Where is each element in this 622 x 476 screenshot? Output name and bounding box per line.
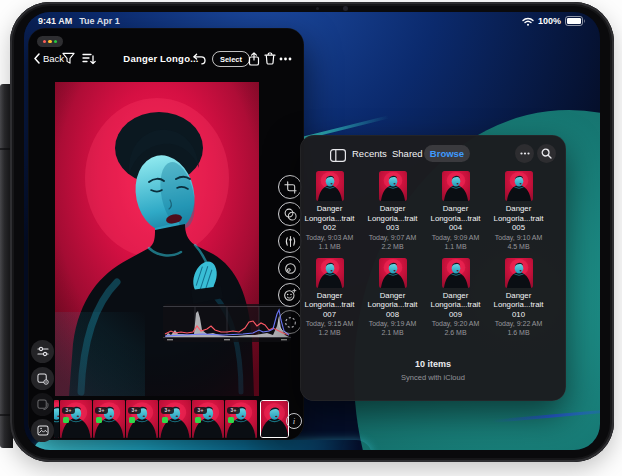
- status-bar: 9:41 AM Tue Apr 1 100%: [34, 15, 590, 28]
- status-time: 9:41 AM: [38, 16, 72, 26]
- file-name-line2: Longoria...trait 010: [487, 300, 550, 319]
- file-name-line1: Danger: [424, 204, 487, 214]
- ipad-device: 9:41 AM Tue Apr 1 100%: [10, 2, 614, 462]
- tab-browse[interactable]: Browse: [424, 145, 470, 162]
- file-name-line2: Longoria...trait 005: [487, 214, 550, 233]
- back-button[interactable]: Back: [34, 51, 64, 66]
- file-item[interactable]: Danger Longoria...trait 004 Today, 9:09 …: [424, 171, 487, 251]
- edited-indicator-dot: [162, 417, 168, 423]
- file-item[interactable]: Danger Longoria...trait 009 Today, 9:20 …: [424, 258, 487, 338]
- portrait-thumbnail-image: [316, 171, 344, 201]
- presets-button[interactable]: [31, 340, 54, 363]
- file-thumbnail: [379, 171, 407, 201]
- file-modified-time: Today, 9:22 AM: [487, 319, 550, 328]
- close-window-dot[interactable]: [43, 40, 46, 43]
- edited-indicator-dot: [96, 417, 102, 423]
- thumb-badge: 3+: [227, 407, 240, 414]
- file-name-line1: Danger: [298, 204, 361, 214]
- portrait-thumbnail-image: [379, 258, 407, 288]
- portrait-thumbnail-image: [379, 171, 407, 201]
- edited-indicator-dot: [195, 417, 201, 423]
- sync-status: Synced with iCloud: [300, 373, 566, 382]
- tab-browse-label: Browse: [430, 148, 464, 159]
- file-thumbnail: [442, 171, 470, 201]
- filmstrip-thumb[interactable]: 3+: [126, 400, 158, 438]
- file-thumbnail: [379, 258, 407, 288]
- filmstrip-thumb[interactable]: 3+: [159, 400, 191, 438]
- thumb-badge: 3+: [95, 407, 108, 414]
- share-button[interactable]: [246, 51, 261, 66]
- portrait-thumbnail-image: [442, 171, 470, 201]
- portrait-thumbnail-image: [316, 258, 344, 288]
- export-gear-icon: [37, 373, 49, 385]
- file-item[interactable]: Danger Longoria...trait 002 Today, 9:03 …: [298, 171, 361, 251]
- file-modified-time: Today, 9:19 AM: [361, 319, 424, 328]
- delete-button[interactable]: [262, 51, 277, 66]
- thumb-badge: 3+: [194, 407, 207, 414]
- filter-funnel-icon: [62, 52, 75, 65]
- filmstrip-thumb-selected[interactable]: [260, 400, 289, 438]
- undo-button[interactable]: [192, 51, 207, 66]
- photo-editor-window: Back Danger Longo...: [28, 28, 304, 440]
- sidebar-toggle-button[interactable]: [330, 148, 346, 166]
- file-name-line1: Danger: [424, 291, 487, 301]
- filmstrip-thumb[interactable]: 3+: [192, 400, 224, 438]
- file-name-line2: Longoria...trait 007: [298, 300, 361, 319]
- more-options-button[interactable]: [515, 144, 534, 163]
- file-size: 2.1 MB: [361, 328, 424, 337]
- file-item[interactable]: Danger Longoria...trait 010 Today, 9:22 …: [487, 258, 550, 338]
- histogram-chart: [163, 304, 291, 342]
- portrait-thumbnail-image: [54, 400, 59, 438]
- battery-icon: [565, 16, 586, 26]
- file-name-line1: Danger: [298, 291, 361, 301]
- marketing-scene: 9:41 AM Tue Apr 1 100%: [0, 0, 622, 476]
- item-count: 10 items: [300, 359, 566, 369]
- filter-button[interactable]: [61, 51, 76, 66]
- edited-portrait-photo: [55, 82, 259, 396]
- file-modified-time: Today, 9:09 AM: [424, 233, 487, 242]
- edited-indicator-dot: [129, 417, 135, 423]
- edited-indicator-dot: [63, 417, 69, 423]
- versions-icon: [37, 399, 49, 411]
- file-thumbnail: [316, 258, 344, 288]
- sort-button[interactable]: [81, 51, 96, 66]
- thumb-badge: 3+: [62, 407, 75, 414]
- select-button[interactable]: Select: [212, 51, 250, 67]
- file-size: 1.6 MB: [487, 328, 550, 337]
- versions-button[interactable]: [31, 393, 54, 416]
- status-date: Tue Apr 1: [79, 16, 120, 26]
- filters-icon: [284, 208, 297, 221]
- file-item[interactable]: Danger Longoria...trait 003 Today, 9:07 …: [361, 171, 424, 251]
- info-button[interactable]: i: [286, 413, 302, 429]
- filmstrip-thumb[interactable]: 3+: [93, 400, 125, 438]
- minimize-window-dot[interactable]: [48, 40, 51, 43]
- window-controls[interactable]: [37, 36, 63, 47]
- search-button[interactable]: [537, 144, 556, 163]
- zoom-window-dot[interactable]: [54, 40, 57, 43]
- wifi-icon: [522, 17, 534, 26]
- gallery-button[interactable]: [31, 419, 54, 442]
- tab-shared[interactable]: Shared: [392, 148, 423, 159]
- file-size: 4.5 MB: [487, 242, 550, 251]
- filmstrip[interactable]: 3+ 3+: [54, 400, 289, 438]
- export-button[interactable]: [31, 367, 54, 390]
- sidebar-toggle-icon: [330, 149, 346, 162]
- portrait-thumbnail-image: [442, 258, 470, 288]
- adjustments-dial-icon: [284, 235, 297, 248]
- file-name-line2: Longoria...trait 002: [298, 214, 361, 233]
- filmstrip-thumb-partial[interactable]: [54, 400, 59, 438]
- file-modified-time: Today, 9:07 AM: [361, 233, 424, 242]
- file-item[interactable]: Danger Longoria...trait 007 Today, 9:15 …: [298, 258, 361, 338]
- filmstrip-thumb[interactable]: 3+: [225, 400, 257, 438]
- tab-recents[interactable]: Recents: [352, 148, 387, 159]
- file-name-line1: Danger: [361, 291, 424, 301]
- more-ellipsis-icon: [520, 152, 530, 155]
- filmstrip-thumb[interactable]: 3+: [60, 400, 92, 438]
- histogram-panel: [163, 304, 291, 342]
- file-size: 1.1 MB: [424, 242, 487, 251]
- file-item[interactable]: Danger Longoria...trait 005 Today, 9:10 …: [487, 171, 550, 251]
- more-button[interactable]: [278, 51, 293, 66]
- file-item[interactable]: Danger Longoria...trait 008 Today, 9:19 …: [361, 258, 424, 338]
- photo-canvas[interactable]: [55, 82, 259, 396]
- file-name-line2: Longoria...trait 003: [361, 214, 424, 233]
